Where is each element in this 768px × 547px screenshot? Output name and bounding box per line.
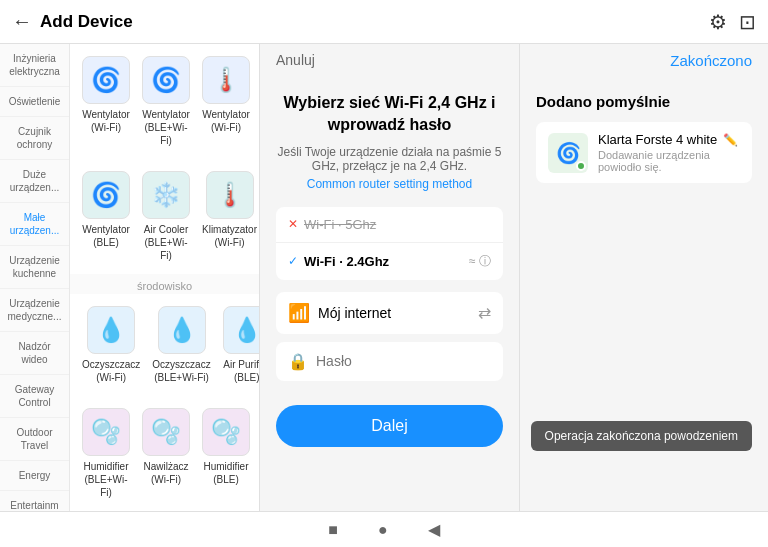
refresh-icon[interactable]: ⇄: [478, 303, 491, 322]
network-name-5ghz: Wi-Fi · 5Ghz: [304, 217, 491, 232]
success-title: Dodano pomyślnie: [536, 93, 752, 110]
sidebar-item-energy[interactable]: Energy: [0, 461, 69, 491]
page-title: Add Device: [40, 12, 133, 32]
device-label: Wentylator(BLE): [82, 223, 130, 249]
check-icon: ✓: [288, 254, 298, 268]
section-label-srodowisko: środowisko: [70, 274, 259, 294]
success-panel: Zakończono Dodano pomyślnie 🌀 Klarta For…: [520, 44, 768, 511]
sidebar-item-kuchenne[interactable]: Urządzenie kuchenne: [0, 246, 69, 289]
sidebar-item-inzynieria[interactable]: Inżynieria elektryczna: [0, 44, 69, 87]
device-icon: 🫧: [202, 408, 250, 456]
device-label: Air Purifier(BLE): [223, 358, 259, 384]
reject-icon: ✕: [288, 217, 298, 231]
device-icon: 🌀: [82, 56, 130, 104]
list-item[interactable]: ❄️ Air Cooler(BLE+Wi-Fi): [138, 163, 194, 270]
device-icon: 🌡️: [206, 171, 254, 219]
sidebar-item-gateway[interactable]: Gateway Control: [0, 375, 69, 418]
sidebar-item-czujnik[interactable]: Czujnik ochrony: [0, 117, 69, 160]
password-input[interactable]: [316, 353, 491, 369]
wifi-link[interactable]: Common router setting method: [276, 177, 503, 191]
device-row-4: 🫧 Humidifier(BLE+Wi-Fi) 🫧 Nawilżacz(Wi-F…: [70, 396, 259, 511]
next-button[interactable]: Dalej: [276, 405, 503, 447]
device-icon: 💧: [223, 306, 259, 354]
home-icon[interactable]: ■: [328, 521, 338, 539]
list-item[interactable]: 🌡️ Klimatyzator(Wi-Fi): [198, 163, 259, 270]
cancel-button[interactable]: Anuluj: [276, 52, 315, 68]
device-success-message: Dodawanie urządzenia powiodło się.: [598, 149, 740, 173]
sidebar-item-entertainment[interactable]: Entertainm ent: [0, 491, 69, 511]
back-icon[interactable]: ←: [12, 10, 32, 33]
selected-network-row[interactable]: 📶 Mój internet ⇄: [276, 292, 503, 334]
selected-network-name: Mój internet: [318, 305, 478, 321]
device-icon: 💧: [87, 306, 135, 354]
success-device-card: 🌀 Klarta Forste 4 white ✏️ Dodawanie urz…: [536, 122, 752, 183]
device-thumbnail: 🌀: [548, 133, 588, 173]
network-item-24ghz[interactable]: ✓ Wi-Fi · 2.4Ghz ≈ ⓘ: [276, 243, 503, 280]
list-item[interactable]: 🌡️ Wentylator(Wi-Fi): [198, 48, 254, 155]
device-row-2: 🌀 Wentylator(BLE) ❄️ Air Cooler(BLE+Wi-F…: [70, 159, 259, 274]
top-bar: ← Add Device ⚙ ⊡: [0, 0, 768, 44]
device-label: Humidifier(BLE): [203, 460, 248, 486]
device-label: Nawilżacz(Wi-Fi): [143, 460, 188, 486]
content-area: Inżynieria elektryczna Oświetlenie Czujn…: [0, 44, 768, 511]
back-nav-icon[interactable]: ◀: [428, 520, 440, 539]
device-label: Wentylator(Wi-Fi): [82, 108, 130, 134]
bottom-bar: ■ ● ◀: [0, 511, 768, 547]
device-row-1: 🌀 Wentylator(Wi-Fi) 🌀 Wentylator(BLE+Wi-…: [70, 44, 259, 159]
lock-icon: 🔒: [288, 352, 308, 371]
network-name-24ghz: Wi-Fi · 2.4Ghz: [304, 254, 469, 269]
list-item[interactable]: 🫧 Nawilżacz(Wi-Fi): [138, 400, 194, 507]
device-icon: 🫧: [142, 408, 190, 456]
settings-icon[interactable]: ⚙: [709, 10, 727, 34]
list-item[interactable]: 🌀 Wentylator(Wi-Fi): [78, 48, 134, 155]
device-icon: 🌀: [142, 56, 190, 104]
wifi-icon: 📶: [288, 302, 310, 324]
device-name-title: Klarta Forste 4 white: [598, 132, 717, 147]
sidebar-nav: Inżynieria elektryczna Oświetlenie Czujn…: [0, 44, 70, 511]
device-label: Wentylator(Wi-Fi): [202, 108, 250, 134]
network-list: ✕ Wi-Fi · 5Ghz ✓ Wi-Fi · 2.4Ghz ≈ ⓘ: [276, 207, 503, 280]
device-icon: ❄️: [142, 171, 190, 219]
device-icon: 🌡️: [202, 56, 250, 104]
list-item[interactable]: 🌀 Wentylator(BLE): [78, 163, 134, 270]
device-icon: 🌀: [82, 171, 130, 219]
device-grid-area: 🌀 Wentylator(Wi-Fi) 🌀 Wentylator(BLE+Wi-…: [70, 44, 259, 511]
wifi-setup-panel: Anuluj Wybierz sieć Wi-Fi 2,4 GHz i wpro…: [260, 44, 520, 511]
network-signal: ≈ ⓘ: [469, 253, 491, 270]
list-item[interactable]: 💧 Air Purifier(BLE): [219, 298, 259, 392]
sidebar-item-nadzor[interactable]: Nadzór wideo: [0, 332, 69, 375]
sidebar-item-outdoor[interactable]: Outdoor Travel: [0, 418, 69, 461]
toast-message: Operacja zakończona powodzeniem: [531, 421, 752, 451]
list-item[interactable]: 🫧 Humidifier(BLE+Wi-Fi): [78, 400, 134, 507]
network-item-5ghz[interactable]: ✕ Wi-Fi · 5Ghz: [276, 207, 503, 243]
list-item[interactable]: 🌀 Wentylator(BLE+Wi-Fi): [138, 48, 194, 155]
scan-icon[interactable]: ⊡: [739, 10, 756, 34]
device-label: Oczyszczacz(Wi-Fi): [82, 358, 140, 384]
device-label: Klimatyzator(Wi-Fi): [202, 223, 257, 249]
edit-icon[interactable]: ✏️: [723, 133, 738, 147]
device-info: Klarta Forste 4 white ✏️ Dodawanie urząd…: [598, 132, 740, 173]
sidebar-item-male[interactable]: Małe urządzen...: [0, 203, 69, 246]
circle-icon[interactable]: ●: [378, 521, 388, 539]
wifi-panel-header: Anuluj: [260, 44, 519, 76]
device-label: Air Cooler(BLE+Wi-Fi): [142, 223, 190, 262]
device-label: Oczyszczacz(BLE+Wi-Fi): [152, 358, 210, 384]
success-header: Zakończono: [520, 44, 768, 77]
sidebar-item-medyczne[interactable]: Urządzenie medyczne...: [0, 289, 69, 332]
done-button[interactable]: Zakończono: [670, 52, 752, 69]
device-label: Humidifier(BLE+Wi-Fi): [82, 460, 130, 499]
device-row-3: 💧 Oczyszczacz(Wi-Fi) 💧 Oczyszczacz(BLE+W…: [70, 294, 259, 396]
password-row: 🔒: [276, 342, 503, 381]
device-icon: 🫧: [82, 408, 130, 456]
device-label: Wentylator(BLE+Wi-Fi): [142, 108, 190, 147]
list-item[interactable]: 💧 Oczyszczacz(Wi-Fi): [78, 298, 144, 392]
sidebar-item-duze[interactable]: Duże urządzen...: [0, 160, 69, 203]
device-icon: 💧: [158, 306, 206, 354]
wifi-description: Jeśli Twoje urządzenie działa na paśmie …: [276, 145, 503, 173]
list-item[interactable]: 💧 Oczyszczacz(BLE+Wi-Fi): [148, 298, 214, 392]
sidebar-item-oswietlenie[interactable]: Oświetlenie: [0, 87, 69, 117]
wifi-content: Wybierz sieć Wi-Fi 2,4 GHz i wprowadź ha…: [260, 76, 519, 511]
left-panel: Inżynieria elektryczna Oświetlenie Czujn…: [0, 44, 260, 511]
list-item[interactable]: 🫧 Humidifier(BLE): [198, 400, 254, 507]
status-dot: [576, 161, 586, 171]
